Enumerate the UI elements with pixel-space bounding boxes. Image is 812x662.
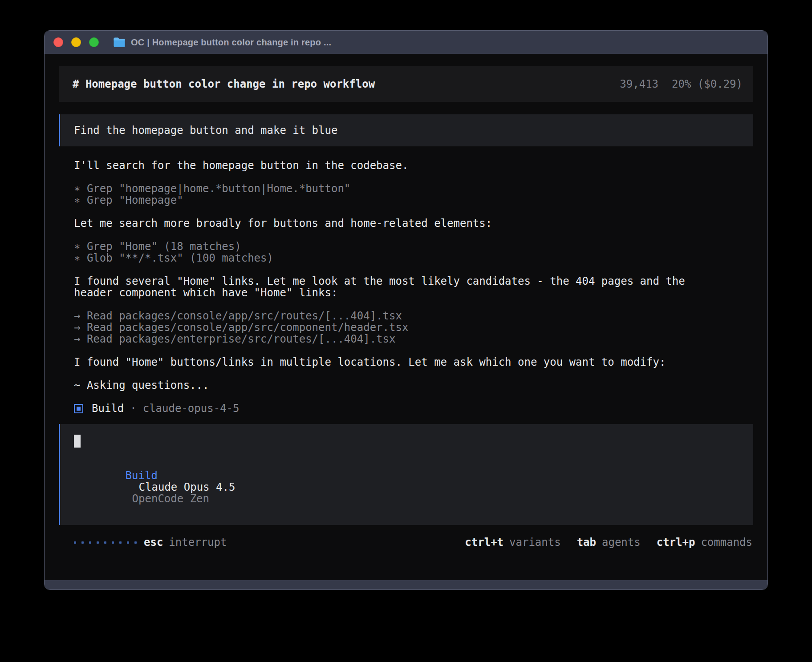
session-stats: 39,413 20% ($0.29) — [620, 78, 743, 90]
tool-call-line: ∗ Grep "Homepage" — [74, 194, 753, 206]
minimize-button[interactable] — [71, 37, 81, 47]
progress-dot — [134, 541, 137, 544]
hint-key: ctrl+p — [657, 537, 695, 548]
assistant-text: I'll search for the homepage button in t… — [74, 160, 753, 171]
progress-dot — [119, 541, 122, 544]
hint-label: agents — [602, 537, 641, 548]
progress-dot — [127, 541, 129, 544]
window-title: OC | Homepage button color change in rep… — [131, 37, 331, 48]
assistant-text: ~ Asking questions... — [74, 379, 753, 391]
user-message-text: Find the homepage button and make it blu… — [74, 125, 337, 136]
session-title: # Homepage button color change in repo w… — [73, 78, 375, 90]
assistant-text: I found "Home" buttons/links in multiple… — [74, 356, 753, 368]
progress-dots — [74, 541, 137, 544]
mode-label[interactable]: Build — [126, 469, 158, 482]
user-message: Find the homepage button and make it blu… — [59, 114, 753, 146]
titlebar: OC | Homepage button color change in rep… — [45, 31, 767, 54]
terminal-window: OC | Homepage button color change in rep… — [44, 30, 768, 590]
assistant-text: Let me search more broadly for buttons a… — [74, 218, 753, 229]
hint-label: commands — [701, 537, 752, 548]
progress-dot — [104, 541, 106, 544]
progress-dot — [81, 541, 84, 544]
tool-call-group: ∗ Grep "homepage|home.*button|Home.*butt… — [74, 183, 753, 206]
session-header: # Homepage button color change in repo w… — [59, 66, 753, 102]
assistant-text-line: I'll search for the homepage button in t… — [74, 160, 706, 171]
text-cursor — [74, 435, 81, 448]
folder-icon — [113, 37, 126, 48]
model-name[interactable]: Claude Opus 4.5 — [139, 481, 235, 493]
tool-call-line: ∗ Grep "homepage|home.*button|Home.*butt… — [74, 183, 753, 194]
tool-call-line: → Read packages/console/app/src/componen… — [74, 322, 753, 333]
tool-call-group: ∗ Grep "Home" (18 matches)∗ Glob "**/*.t… — [74, 241, 753, 264]
tool-call-line: → Read packages/enterprise/src/routes/[.… — [74, 333, 753, 345]
tool-call-line: → Read packages/console/app/src/routes/[… — [74, 310, 753, 322]
progress-dot — [97, 541, 99, 544]
hint-key: ctrl+t — [465, 537, 503, 548]
assistant-text: I found several "Home" links. Let me loo… — [74, 275, 753, 299]
prompt-input[interactable]: Build Claude Opus 4.5 OpenCode Zen — [59, 424, 753, 525]
esc-key: esc — [144, 537, 163, 548]
zoom-button[interactable] — [89, 37, 99, 47]
agent-name: Build — [92, 403, 124, 414]
transcript: I'll search for the homepage button in t… — [74, 160, 753, 391]
agent-separator: · — [130, 403, 136, 414]
esc-label: interrupt — [169, 537, 227, 548]
assistant-text-line: I found several "Home" links. Let me loo… — [74, 275, 706, 299]
terminal-content: # Homepage button color change in repo w… — [45, 54, 767, 580]
window-bottom-bar — [45, 580, 767, 589]
status-footer: esc interrupt ctrl+tvariantstabagentsctr… — [59, 537, 753, 548]
footer-hints: ctrl+tvariantstabagentsctrl+pcommands — [465, 537, 752, 548]
assistant-text-line: I found "Home" buttons/links in multiple… — [74, 356, 706, 368]
footer-hint-agents: tabagents — [577, 537, 641, 548]
footer-hint-commands: ctrl+pcommands — [657, 537, 752, 548]
progress-dot — [112, 541, 114, 544]
desktop: { "titlebar": { "title": "OC | Homepage … — [0, 0, 812, 662]
assistant-text-line: ~ Asking questions... — [74, 379, 706, 391]
tool-call-line: ∗ Glob "**/*.tsx" (100 matches) — [74, 252, 753, 264]
footer-hint-variants: ctrl+tvariants — [465, 537, 560, 548]
progress-dot — [89, 541, 91, 544]
tool-call-line: ∗ Grep "Home" (18 matches) — [74, 241, 753, 252]
provider-name: OpenCode Zen — [132, 492, 209, 505]
token-count: 39,413 — [620, 78, 658, 90]
context-usage: 20% ($0.29) — [672, 78, 743, 90]
progress-dot — [74, 541, 76, 544]
close-button[interactable] — [53, 37, 63, 47]
footer-hint-interrupt: esc interrupt — [144, 537, 227, 548]
hint-label: variants — [509, 537, 561, 548]
hint-key: tab — [577, 537, 596, 548]
agent-status-row: Build · claude-opus-4-5 — [74, 403, 753, 414]
model-row: Build Claude Opus 4.5 OpenCode Zen — [74, 458, 739, 516]
assistant-text-line: Let me search more broadly for buttons a… — [74, 218, 706, 229]
tool-call-group: → Read packages/console/app/src/routes/[… — [74, 310, 753, 345]
agent-model: claude-opus-4-5 — [143, 403, 240, 414]
agent-build-icon — [74, 404, 83, 413]
